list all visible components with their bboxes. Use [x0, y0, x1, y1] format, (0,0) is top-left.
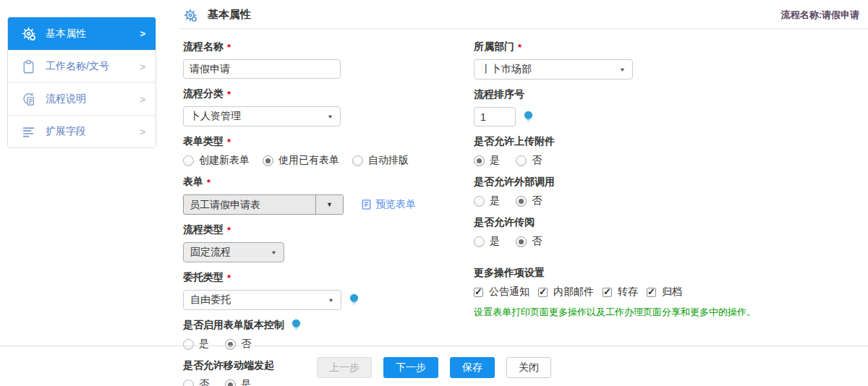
save-button[interactable]: 保存: [450, 357, 495, 378]
gear-icon: [21, 26, 36, 41]
sidebar-item-process-description[interactable]: 流程说明 >: [8, 82, 156, 115]
radio-icon: [183, 339, 194, 350]
radio-option-yes[interactable]: 是: [474, 194, 500, 207]
field-label: 表单 *: [183, 176, 429, 189]
field-label: 流程名称 *: [183, 40, 429, 53]
delegate-type-select[interactable]: 自由委托 ▼: [183, 290, 341, 310]
required-mark: *: [207, 177, 210, 188]
form-select-combo[interactable]: 员工请假申请表 ▼: [183, 194, 344, 215]
field-label: 流程分类 *: [183, 87, 429, 100]
radio-option-no[interactable]: 否: [516, 194, 542, 207]
process-name-display: 流程名称:请假申请: [781, 9, 859, 22]
radio-option-yes[interactable]: 是: [474, 154, 500, 167]
radio-option-yes[interactable]: 是: [183, 338, 209, 351]
lightbulb-hint-icon[interactable]: [523, 111, 534, 124]
document-icon: [361, 199, 372, 210]
radio-icon: [352, 155, 363, 166]
required-mark: *: [518, 42, 522, 53]
mobile-initiate-radio-group: 否 是: [183, 378, 429, 386]
radio-icon: [263, 155, 273, 166]
department-select[interactable]: 丨卜市场部 ▼: [474, 59, 633, 80]
panel-header: 基本属性 流程名称:请假申请: [179, 0, 868, 29]
dropdown-arrow-icon: ▼: [328, 297, 334, 304]
process-category-select[interactable]: 卜人资管理 ▼: [183, 106, 341, 126]
page-title: 基本属性: [208, 8, 251, 22]
sidebar-item-work-name[interactable]: 工作名称/文号 >: [8, 50, 156, 82]
chevron-right-icon: >: [140, 28, 145, 39]
dropdown-arrow-icon: ▼: [619, 67, 626, 73]
radio-option-no[interactable]: 否: [516, 154, 542, 167]
checkbox-option-archive[interactable]: 归档: [647, 286, 682, 299]
radio-icon: [474, 155, 485, 166]
required-mark: *: [227, 89, 231, 100]
more-actions-note: 设置表单打印页面更多操作以及工作办理页面分享和更多中的操作。: [474, 306, 850, 319]
radio-icon: [225, 379, 236, 386]
clipboard-icon: [21, 59, 36, 74]
radio-option-auto-layout[interactable]: 自动排版: [352, 154, 409, 167]
sidebar-item-label: 流程说明: [46, 93, 86, 106]
prev-step-button[interactable]: 上一步: [317, 357, 372, 378]
dropdown-arrow-icon: ▼: [327, 113, 333, 120]
field-label: 所属部门 *: [474, 40, 850, 53]
checkbox-icon: [474, 288, 483, 297]
radio-option-no[interactable]: 否: [225, 338, 251, 351]
checkbox-icon: [647, 288, 656, 297]
radio-option-no[interactable]: 否: [516, 235, 542, 248]
radio-icon: [516, 155, 527, 166]
process-type-select[interactable]: 固定流程 ▼: [183, 242, 284, 262]
radio-icon: [225, 339, 236, 350]
form-type-radio-group: 创建新表单 使用已有表单 自动排版: [183, 154, 429, 167]
sidebar-item-extended-fields[interactable]: 扩展字段 >: [8, 115, 156, 147]
required-mark: *: [227, 273, 231, 283]
radio-icon: [474, 236, 485, 247]
list-lines-icon: [21, 124, 36, 140]
radio-option-create-new-form[interactable]: 创建新表单: [183, 154, 250, 167]
form-column-right: 所属部门 * 丨卜市场部 ▼ 流程排序号 是否允许上传附件 是 否 是否允许外: [474, 33, 850, 319]
field-label: 是否允许传阅: [474, 216, 850, 229]
radio-option-yes[interactable]: 是: [474, 235, 500, 248]
next-step-button[interactable]: 下一步: [383, 357, 438, 378]
radio-option-use-existing-form[interactable]: 使用已有表单: [263, 154, 339, 167]
field-label: 表单类型 *: [183, 135, 429, 148]
process-doc-icon: [21, 92, 36, 107]
radio-icon: [183, 155, 194, 166]
field-label: 是否启用表单版本控制: [183, 319, 429, 332]
required-mark: *: [227, 42, 231, 53]
sidebar-item-label: 工作名称/文号: [46, 60, 109, 73]
allow-external-radio-group: 是 否: [474, 194, 850, 207]
field-label: 流程类型 *: [183, 223, 429, 236]
preview-form-link[interactable]: 预览表单: [361, 198, 416, 211]
chevron-right-icon: >: [140, 61, 145, 72]
radio-option-yes[interactable]: 是: [225, 378, 251, 386]
lightbulb-hint-icon[interactable]: [291, 319, 302, 332]
field-label: 更多操作项设置: [474, 267, 850, 280]
field-label: 是否允许上传附件: [474, 135, 850, 148]
radio-icon: [183, 379, 194, 386]
sort-number-input[interactable]: [474, 107, 516, 126]
dropdown-arrow-icon: ▼: [315, 195, 343, 214]
chevron-right-icon: >: [140, 126, 145, 137]
main-panel: 基本属性 流程名称:请假申请 流程名称 * 流程分类 * 卜人资管理 ▼ 表单类…: [179, 0, 868, 386]
required-mark: *: [227, 137, 231, 147]
chevron-right-icon: >: [140, 94, 145, 105]
field-label: 流程排序号: [474, 88, 850, 101]
radio-icon: [474, 196, 485, 207]
lightbulb-hint-icon[interactable]: [349, 293, 359, 306]
more-actions-checkbox-group: 公告通知 内部邮件 转存 归档: [474, 286, 850, 299]
gear-icon: [183, 8, 197, 22]
checkbox-option-transfer-save[interactable]: 转存: [603, 286, 638, 299]
sidebar-item-basic-properties[interactable]: 基本属性 >: [8, 17, 156, 50]
radio-icon: [516, 196, 527, 207]
checkbox-option-internal-mail[interactable]: 内部邮件: [538, 286, 594, 299]
process-name-input[interactable]: [183, 59, 341, 79]
field-label: 是否允许外部调用: [474, 176, 850, 189]
radio-option-no[interactable]: 否: [183, 378, 209, 386]
footer-divider: [0, 346, 868, 346]
checkbox-icon: [603, 288, 612, 297]
allow-circulate-radio-group: 是 否: [474, 235, 850, 248]
checkbox-option-announcement[interactable]: 公告通知: [474, 286, 529, 299]
settings-sidebar: 基本属性 > 工作名称/文号 > 流程说明 > 扩展字段 >: [7, 17, 156, 148]
close-button[interactable]: 关闭: [506, 357, 551, 378]
radio-icon: [516, 236, 527, 247]
form-column-left: 流程名称 * 流程分类 * 卜人资管理 ▼ 表单类型 * 创建新表单 使用已有表…: [183, 33, 429, 386]
